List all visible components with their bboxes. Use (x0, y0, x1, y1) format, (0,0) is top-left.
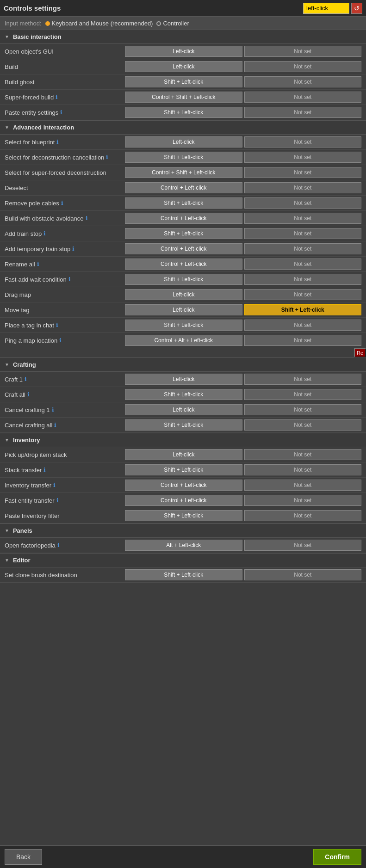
info-icon[interactable]: ℹ (37, 261, 39, 267)
controller-radio[interactable] (156, 21, 161, 26)
section-header-panels[interactable]: ▼ Panels (0, 524, 366, 538)
section-header-crafting[interactable]: ▼ Crafting (0, 358, 366, 372)
primary-keybind-button[interactable]: Shift + Left-click (125, 320, 242, 331)
primary-keybind-button[interactable]: Left-click (125, 61, 242, 72)
primary-keybind-button[interactable]: Left-click (125, 449, 242, 460)
info-icon[interactable]: ℹ (27, 391, 30, 398)
secondary-keybind-button[interactable]: Not set (244, 76, 362, 87)
secondary-keybind-button[interactable]: Not set (244, 107, 362, 118)
secondary-keybind-button[interactable]: Not set (244, 449, 362, 460)
secondary-keybind-button[interactable]: Not set (244, 374, 362, 385)
primary-keybind-button[interactable]: Control + Left-click (125, 480, 242, 491)
info-icon[interactable]: ℹ (43, 467, 46, 473)
primary-keybind-button[interactable]: Shift + Left-click (125, 228, 242, 239)
primary-keybind-button[interactable]: Left-click (125, 374, 242, 385)
secondary-keybind-button[interactable]: Not set (244, 136, 362, 148)
secondary-keybind-button[interactable]: Shift + Left-click (244, 304, 362, 315)
primary-keybind-button[interactable]: Left-click (125, 46, 242, 57)
secondary-keybind-button[interactable]: Not set (244, 495, 362, 506)
section-header-inventory[interactable]: ▼ Inventory (0, 433, 366, 447)
primary-keybind-button[interactable]: Left-click (125, 404, 242, 415)
secondary-keybind-button[interactable]: Not set (244, 182, 362, 193)
info-icon[interactable]: ℹ (25, 376, 27, 382)
keyboard-mouse-radio[interactable] (45, 21, 50, 26)
confirm-button[interactable]: Confirm (313, 849, 361, 865)
secondary-keybind-button[interactable]: Not set (244, 92, 362, 103)
secondary-keybind-button[interactable]: Not set (244, 243, 362, 254)
primary-keybind-button[interactable]: Shift + Left-click (125, 464, 242, 475)
secondary-keybind-button[interactable]: Not set (244, 197, 362, 209)
secondary-keybind-button[interactable]: Not set (244, 320, 362, 331)
primary-keybind-button[interactable]: Control + Left-click (125, 213, 242, 224)
secondary-keybind-button[interactable]: Not set (244, 274, 362, 285)
primary-keybind-button[interactable]: Control + Left-click (125, 182, 242, 193)
secondary-keybind-button[interactable]: Not set (244, 540, 362, 551)
secondary-keybind-button[interactable]: Not set (244, 152, 362, 163)
primary-keybind-button[interactable]: Shift + Left-click (125, 569, 242, 580)
primary-keybind-button[interactable]: Shift + Left-click (125, 389, 242, 400)
primary-keybind-button[interactable]: Shift + Left-click (125, 419, 242, 431)
secondary-keybind-button[interactable]: Not set (244, 46, 362, 57)
info-icon[interactable]: ℹ (72, 246, 74, 252)
primary-keybind-button[interactable]: Control + Alt + Left-click (125, 335, 242, 346)
secondary-keybind-button[interactable]: Not set (244, 464, 362, 475)
section-title-inventory: Inventory (13, 437, 40, 443)
keyboard-mouse-option[interactable]: Keyboard and Mouse (recommended) (45, 20, 153, 27)
info-icon[interactable]: ℹ (60, 109, 62, 116)
section-header-advanced-interaction[interactable]: ▼ Advanced interaction (0, 121, 366, 135)
primary-keybind-button[interactable]: Shift + Left-click (125, 197, 242, 209)
info-icon[interactable]: ℹ (52, 406, 54, 413)
section-reset-button[interactable]: Re (354, 348, 366, 357)
info-icon[interactable]: ℹ (56, 497, 59, 504)
primary-keybind-button[interactable]: Left-click (125, 289, 242, 300)
info-icon[interactable]: ℹ (86, 215, 88, 222)
secondary-keybind-button[interactable]: Not set (244, 569, 362, 580)
secondary-keybind-button[interactable]: Not set (244, 289, 362, 300)
keybind-buttons: Shift + Left-clickNot set (125, 510, 361, 521)
info-icon[interactable]: ℹ (54, 422, 56, 428)
info-icon[interactable]: ℹ (53, 482, 56, 488)
secondary-keybind-button[interactable]: Not set (244, 510, 362, 521)
primary-keybind-button[interactable]: Shift + Left-click (125, 107, 242, 118)
secondary-keybind-button[interactable]: Not set (244, 404, 362, 415)
secondary-keybind-button[interactable]: Not set (244, 228, 362, 239)
primary-keybind-button[interactable]: Control + Left-click (125, 243, 242, 254)
back-button[interactable]: Back (5, 849, 42, 865)
primary-keybind-button[interactable]: Control + Left-click (125, 495, 242, 506)
primary-keybind-button[interactable]: Shift + Left-click (125, 274, 242, 285)
secondary-keybind-button[interactable]: Not set (244, 480, 362, 491)
secondary-keybind-button[interactable]: Not set (244, 61, 362, 72)
primary-keybind-button[interactable]: Left-click (125, 304, 242, 315)
primary-keybind-button[interactable]: Shift + Left-click (125, 510, 242, 521)
info-icon[interactable]: ℹ (106, 154, 108, 160)
primary-keybind-button[interactable]: Left-click (125, 136, 242, 148)
info-icon[interactable]: ℹ (68, 276, 71, 283)
primary-keybind-button[interactable]: Shift + Left-click (125, 76, 242, 87)
primary-keybind-button[interactable]: Control + Shift + Left-click (125, 92, 242, 103)
controller-option[interactable]: Controller (156, 20, 189, 27)
primary-keybind-button[interactable]: Shift + Left-click (125, 152, 242, 163)
search-input[interactable] (303, 3, 349, 14)
info-icon[interactable]: ℹ (59, 337, 62, 344)
info-icon[interactable]: ℹ (56, 322, 58, 328)
info-icon[interactable]: ℹ (56, 94, 58, 100)
info-icon[interactable]: ℹ (56, 139, 59, 145)
section-header-basic-interaction[interactable]: ▼ Basic interaction (0, 30, 366, 44)
secondary-keybind-button[interactable]: Not set (244, 213, 362, 224)
secondary-keybind-button[interactable]: Not set (244, 335, 362, 346)
info-icon[interactable]: ℹ (43, 230, 46, 237)
info-icon[interactable]: ℹ (61, 200, 63, 206)
secondary-keybind-button[interactable]: Not set (244, 259, 362, 270)
keybind-row: Add temporary train stopℹControl + Left-… (0, 241, 366, 257)
primary-keybind-button[interactable]: Control + Shift + Left-click (125, 167, 242, 178)
keybind-buttons: Control + Shift + Left-clickNot set (125, 92, 361, 103)
secondary-keybind-button[interactable]: Not set (244, 167, 362, 178)
search-reset-button[interactable]: ↺ (351, 3, 362, 14)
secondary-keybind-button[interactable]: Not set (244, 419, 362, 431)
secondary-keybind-button[interactable]: Not set (244, 389, 362, 400)
info-icon[interactable]: ℹ (57, 542, 60, 548)
keybind-buttons: Shift + Left-clickNot set (125, 569, 361, 580)
primary-keybind-button[interactable]: Alt + Left-click (125, 540, 242, 551)
primary-keybind-button[interactable]: Control + Left-click (125, 259, 242, 270)
section-header-editor[interactable]: ▼ Editor (0, 554, 366, 567)
